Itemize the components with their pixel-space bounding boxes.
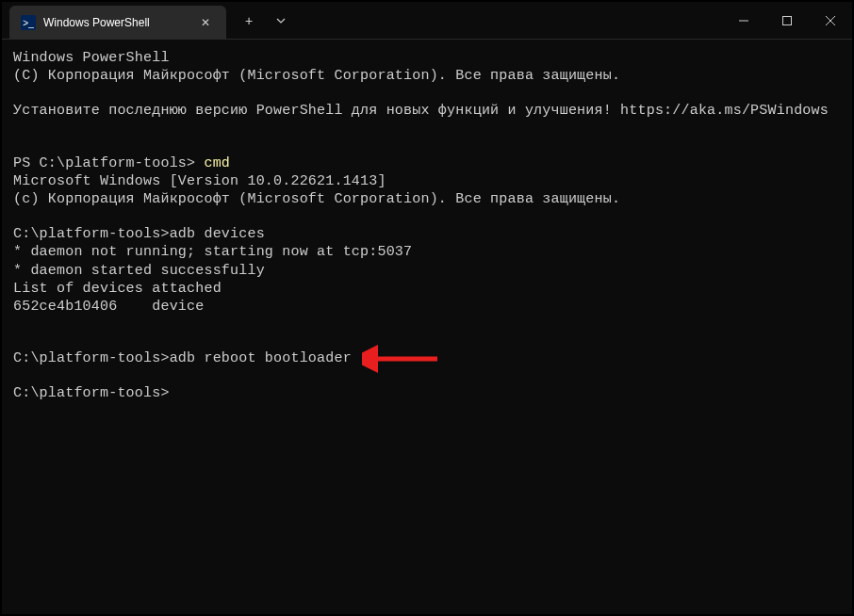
terminal-window: >_ Windows PowerShell ✕ +	[0, 0, 854, 616]
blank-line	[13, 332, 841, 349]
close-tab-icon[interactable]: ✕	[196, 13, 215, 32]
prompt-line: PS C:\platform-tools> cmd	[13, 154, 841, 172]
cmd-input: cmd	[204, 155, 230, 171]
prompt-line: C:\platform-tools>	[13, 384, 841, 402]
blank-line	[13, 367, 841, 384]
output-line: Установите последнюю версию PowerShell д…	[13, 102, 841, 120]
window-controls	[722, 2, 852, 39]
blank-line	[13, 121, 841, 138]
tab-controls: +	[226, 2, 296, 39]
tab-powershell[interactable]: >_ Windows PowerShell ✕	[9, 6, 226, 40]
blank-line	[13, 138, 841, 154]
close-button[interactable]	[809, 2, 852, 39]
output-line: * daemon not running; starting now at tc…	[13, 243, 841, 261]
titlebar: >_ Windows PowerShell ✕ +	[2, 2, 852, 40]
ps-prompt: PS C:\platform-tools>	[13, 155, 204, 171]
blank-line	[13, 85, 841, 102]
chevron-down-icon	[276, 16, 286, 25]
blank-line	[13, 316, 841, 332]
output-line: Microsoft Windows [Version 10.0.22621.14…	[13, 172, 841, 190]
terminal-content[interactable]: Windows PowerShell (C) Корпорация Майкро…	[2, 40, 852, 614]
svg-rect-1	[783, 16, 792, 24]
minimize-icon	[739, 16, 748, 25]
output-line: List of devices attached	[13, 280, 841, 298]
powershell-icon: >_	[21, 15, 36, 30]
output-line: * daemon started successfully	[13, 262, 841, 280]
maximize-button[interactable]	[765, 2, 809, 39]
prompt-line: C:\platform-tools>adb devices	[13, 225, 841, 243]
titlebar-drag-area[interactable]	[296, 2, 722, 39]
close-icon	[826, 16, 835, 25]
output-line: (C) Корпорация Майкрософт (Microsoft Cor…	[13, 67, 841, 85]
maximize-icon	[782, 16, 792, 25]
minimize-button[interactable]	[722, 2, 765, 39]
output-line: Windows PowerShell	[13, 49, 841, 67]
new-tab-button[interactable]: +	[234, 6, 264, 36]
output-line: 652ce4b10406 device	[13, 298, 841, 316]
prompt-line: C:\platform-tools>adb reboot bootloader	[13, 349, 841, 367]
blank-line	[13, 208, 841, 225]
tab-title: Windows PowerShell	[43, 16, 189, 29]
tab-menu-dropdown[interactable]	[266, 6, 296, 36]
output-line: (c) Корпорация Майкрософт (Microsoft Cor…	[13, 190, 841, 208]
